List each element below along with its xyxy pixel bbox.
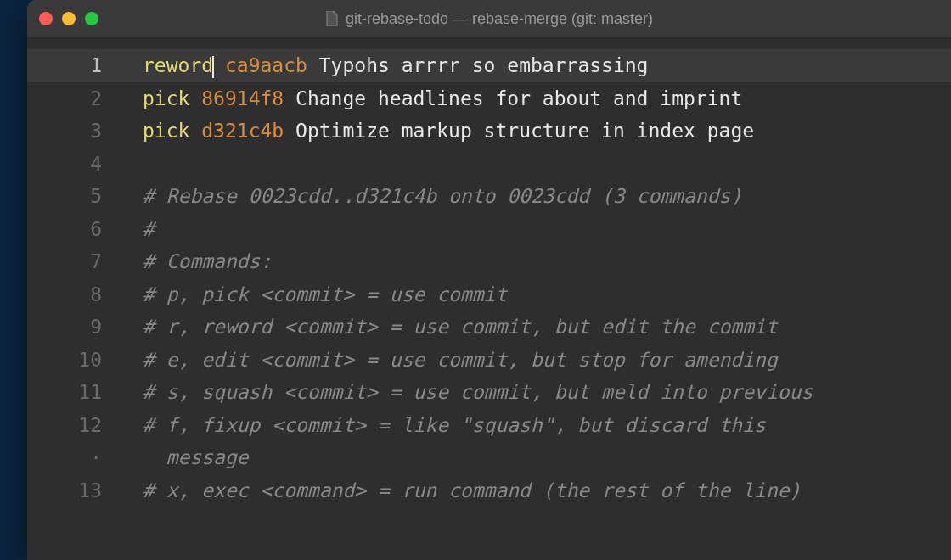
line-number[interactable]: 8 xyxy=(27,278,121,311)
commit-hash: d321c4b xyxy=(201,120,284,142)
rebase-command: reword xyxy=(143,54,213,76)
maximize-icon[interactable] xyxy=(85,12,98,25)
code-line[interactable]: message xyxy=(121,441,951,474)
line-number[interactable]: · xyxy=(27,441,121,474)
rebase-command: pick xyxy=(143,120,189,142)
code-area[interactable]: reword ca9aacb Typohs arrrr so embarrass… xyxy=(121,37,951,560)
code-line[interactable]: # xyxy=(121,213,951,246)
line-number[interactable]: 6 xyxy=(27,213,121,246)
line-number[interactable]: 3 xyxy=(27,115,121,148)
commit-message: Change headlines for about and imprint xyxy=(295,87,742,109)
code-line[interactable]: # e, edit <commit> = use commit, but sto… xyxy=(121,344,951,377)
commit-message: Optimize markup structure in index page xyxy=(295,120,754,142)
line-number[interactable]: 1 xyxy=(27,49,121,82)
code-line[interactable]: # x, exec <command> = run command (the r… xyxy=(121,474,951,507)
line-number[interactable]: 13 xyxy=(27,474,121,507)
comment-text: # Commands: xyxy=(143,250,272,272)
code-line[interactable]: # f, fixup <commit> = like "squash", but… xyxy=(121,409,951,442)
line-number[interactable]: 5 xyxy=(27,180,121,213)
code-line[interactable]: # p, pick <commit> = use commit xyxy=(121,278,951,311)
editor-window: git-rebase-todo — rebase-merge (git: mas… xyxy=(27,0,951,560)
minimize-icon[interactable] xyxy=(62,12,76,25)
code-line[interactable]: pick 86914f8 Change headlines for about … xyxy=(121,82,951,115)
commit-hash: 86914f8 xyxy=(201,87,284,109)
comment-text: # f, fixup <commit> = like "squash", but… xyxy=(143,414,766,436)
comment-text: # p, pick <commit> = use commit xyxy=(143,283,507,305)
code-line[interactable]: reword ca9aacb Typohs arrrr so embarrass… xyxy=(121,49,951,82)
code-line[interactable]: # s, squash <commit> = use commit, but m… xyxy=(121,376,951,409)
comment-text: # e, edit <commit> = use commit, but sto… xyxy=(143,349,778,371)
comment-text: # r, reword <commit> = use commit, but e… xyxy=(143,316,778,338)
line-number[interactable]: 4 xyxy=(27,148,121,181)
window-title: git-rebase-todo — rebase-merge (git: mas… xyxy=(346,10,653,28)
code-line[interactable]: # r, reword <commit> = use commit, but e… xyxy=(121,311,951,344)
comment-text: # x, exec <command> = run command (the r… xyxy=(143,479,801,501)
line-number[interactable]: 7 xyxy=(27,245,121,278)
traffic-lights xyxy=(39,12,98,25)
line-number[interactable]: 10 xyxy=(27,344,121,377)
comment-text: # xyxy=(143,218,155,240)
comment-text: # Rebase 0023cdd..d321c4b onto 0023cdd (… xyxy=(143,185,742,207)
code-line[interactable]: # Commands: xyxy=(121,245,951,278)
close-icon[interactable] xyxy=(39,12,53,25)
line-number[interactable]: 2 xyxy=(27,82,121,115)
line-gutter: 123456789101112·13 xyxy=(27,37,121,560)
line-number[interactable]: 9 xyxy=(27,311,121,344)
file-icon xyxy=(325,11,339,26)
line-number[interactable]: 11 xyxy=(27,376,121,409)
code-line[interactable] xyxy=(121,148,951,181)
titlebar[interactable]: git-rebase-todo — rebase-merge (git: mas… xyxy=(27,0,951,37)
comment-text: # s, squash <commit> = use commit, but m… xyxy=(143,381,813,403)
code-line[interactable]: pick d321c4b Optimize markup structure i… xyxy=(121,115,951,148)
comment-text: message xyxy=(143,446,249,468)
code-line[interactable]: # Rebase 0023cdd..d321c4b onto 0023cdd (… xyxy=(121,180,951,213)
commit-hash: ca9aacb xyxy=(225,54,307,76)
editor-area[interactable]: 123456789101112·13 reword ca9aacb Typohs… xyxy=(27,37,951,560)
commit-message: Typohs arrrr so embarrassing xyxy=(319,54,649,76)
line-number[interactable]: 12 xyxy=(27,409,121,442)
rebase-command: pick xyxy=(143,87,189,109)
title-container: git-rebase-todo — rebase-merge (git: mas… xyxy=(27,10,951,28)
